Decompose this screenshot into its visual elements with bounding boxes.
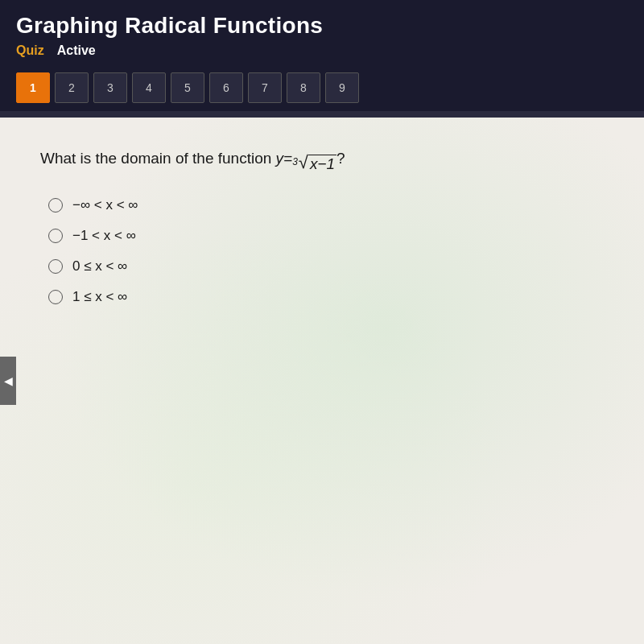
- nav-btn-8[interactable]: 8: [287, 72, 320, 103]
- question-text: What is the domain of the function y=3√x…: [40, 150, 604, 173]
- app-container: Graphing Radical Functions Quiz Active 1…: [0, 0, 644, 644]
- nav-btn-6[interactable]: 6: [209, 72, 243, 103]
- radio-d[interactable]: [48, 290, 63, 304]
- math-function: y=: [276, 150, 293, 167]
- status-label: Active: [57, 43, 96, 58]
- radical-expression: 3√x−1: [292, 155, 336, 173]
- radical-content: x−1: [308, 155, 336, 173]
- prev-arrow[interactable]: ◀: [0, 357, 16, 405]
- question-area: ◀ What is the domain of the function y=3…: [0, 118, 644, 644]
- option-b[interactable]: −1 < x < ∞: [48, 228, 604, 244]
- radical-index: 3: [292, 156, 298, 167]
- option-d-text: 1 ≤ x < ∞: [72, 289, 127, 305]
- radio-c[interactable]: [48, 259, 63, 274]
- option-a-text: −∞ < x < ∞: [72, 197, 138, 213]
- quiz-label[interactable]: Quiz: [16, 43, 44, 58]
- nav-btn-1[interactable]: 1: [16, 72, 50, 103]
- option-b-text: −1 < x < ∞: [72, 228, 136, 244]
- radical-symbol: √: [299, 154, 308, 171]
- options-list: −∞ < x < ∞ −1 < x < ∞ 0 ≤ x < ∞ 1 ≤ x < …: [48, 197, 604, 305]
- option-c-text: 0 ≤ x < ∞: [72, 258, 127, 275]
- radio-b[interactable]: [48, 229, 63, 243]
- radio-a[interactable]: [48, 198, 63, 213]
- nav-btn-9[interactable]: 9: [325, 72, 359, 103]
- question-prefix: What is the domain of the function: [40, 150, 276, 167]
- nav-btn-7[interactable]: 7: [248, 72, 282, 103]
- nav-btn-3[interactable]: 3: [93, 72, 127, 103]
- option-c[interactable]: 0 ≤ x < ∞: [48, 258, 604, 275]
- nav-btn-2[interactable]: 2: [55, 72, 89, 103]
- header: Graphing Radical Functions Quiz Active: [0, 0, 644, 64]
- question-nav: 123456789: [0, 64, 644, 111]
- nav-btn-4[interactable]: 4: [132, 72, 166, 103]
- question-suffix: ?: [336, 150, 345, 167]
- header-meta: Quiz Active: [16, 43, 628, 58]
- option-d[interactable]: 1 ≤ x < ∞: [48, 289, 604, 305]
- option-a[interactable]: −∞ < x < ∞: [48, 197, 604, 213]
- nav-btn-5[interactable]: 5: [171, 72, 204, 103]
- page-title: Graphing Radical Functions: [16, 13, 628, 39]
